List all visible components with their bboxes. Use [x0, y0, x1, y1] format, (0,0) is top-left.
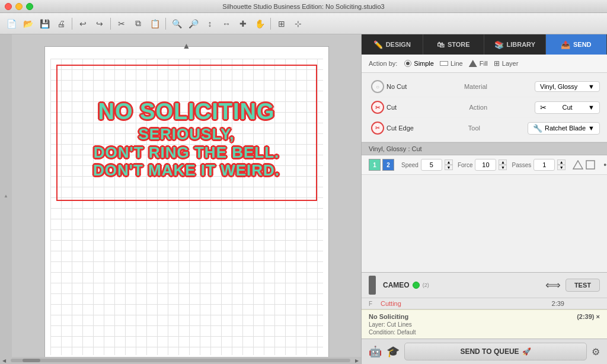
- print-button[interactable]: 🖨: [53, 16, 69, 31]
- grid-button[interactable]: ⊞: [274, 16, 289, 31]
- cut-label: Cut: [386, 104, 434, 111]
- force-up[interactable]: ▲: [499, 159, 507, 165]
- scroll-left-arrow[interactable]: ◀: [0, 358, 8, 363]
- cameo-arrow-icon[interactable]: ⟺: [545, 279, 561, 292]
- cut-rows-section: ○ No Cut Material Vinyl, Glossy ▼ ✂: [362, 73, 607, 142]
- tab-line[interactable]: Line: [440, 60, 463, 67]
- grid-canvas[interactable]: NO SOLICITING SERIOUSLY, DON'T RING THE …: [50, 59, 323, 355]
- tool-value-dropdown[interactable]: 🔧 Ratchet Blade ▼: [528, 122, 600, 135]
- hat-icon[interactable]: 🎓: [386, 345, 400, 358]
- triangle-icon: [573, 160, 583, 170]
- params-row: 1 2 Speed ▲ ▼ Force ▲ ▼: [362, 155, 607, 175]
- send-to-queue-button[interactable]: SEND TO QUEUE 🚀: [404, 343, 587, 360]
- bottom-panel: CAMEO (2) ⟺ TEST F Cutting 2:39: [362, 272, 607, 364]
- speed-down[interactable]: ▼: [445, 165, 453, 170]
- title-bar: Silhouette Studio Business Edition: No S…: [0, 0, 607, 13]
- passes-up[interactable]: ▲: [557, 159, 566, 165]
- passes-down[interactable]: ▼: [557, 165, 566, 170]
- radio-group: Simple Line Fill ⊞ Layer: [404, 59, 518, 68]
- cut-row[interactable]: ✂ Cut Action ✂ Cut ▼: [369, 97, 600, 118]
- passes-input[interactable]: [533, 159, 555, 171]
- speed-up[interactable]: ▲: [445, 159, 453, 165]
- send-icon-arrow: 🚀: [522, 347, 531, 356]
- flip-v-button[interactable]: ↔: [219, 16, 234, 31]
- material-value-dropdown[interactable]: Vinyl, Glossy ▼: [535, 81, 600, 92]
- scroll-right-arrow[interactable]: ▶: [353, 358, 361, 363]
- settings-gear-icon[interactable]: ⚙: [592, 346, 600, 357]
- force-input[interactable]: [475, 159, 496, 171]
- nav-tabs: ✏️ DESIGN 🛍 STORE 📚 LIBRARY 📤 SEND: [362, 34, 607, 55]
- copy-button[interactable]: ⧉: [130, 16, 146, 31]
- send-tab-icon: 📤: [561, 40, 570, 49]
- speed-input[interactable]: [421, 159, 442, 171]
- close-button[interactable]: [5, 3, 12, 10]
- maximize-button[interactable]: [26, 3, 33, 10]
- tab-send-label: SEND: [573, 41, 592, 48]
- cut-edge-icon-area: ✂: [369, 122, 386, 135]
- sep2: [110, 18, 111, 30]
- color-box-1[interactable]: 1: [369, 159, 381, 171]
- tool-row-content: Tool 🔧 Ratchet Blade ▼: [468, 122, 600, 135]
- no-cut-row[interactable]: ○ No Cut Material Vinyl, Glossy ▼: [369, 76, 600, 97]
- tab-fill[interactable]: Fill: [469, 60, 488, 67]
- passes-group: Passes ▲ ▼: [512, 159, 566, 171]
- undo-button[interactable]: ↩: [75, 16, 91, 31]
- flip-h-button[interactable]: ↕: [202, 16, 218, 31]
- zoom-out-button[interactable]: 🔎: [186, 16, 201, 31]
- h-scrollbar[interactable]: ◀ ▶: [0, 357, 361, 364]
- sep1: [72, 18, 72, 30]
- action-value-dropdown[interactable]: ✂ Cut ▼: [535, 101, 600, 114]
- robot-icon[interactable]: 🤖: [369, 345, 382, 358]
- tab-store[interactable]: 🛍 STORE: [423, 34, 485, 55]
- canvas-surface[interactable]: NO SOLICITING SERIOUSLY, DON'T RING THE …: [44, 46, 329, 364]
- send-bar: 🤖 🎓 SEND TO QUEUE 🚀 ⚙: [362, 339, 607, 364]
- cut-bar: Vinyl, Glossy : Cut: [362, 142, 607, 155]
- radio-simple[interactable]: Simple: [404, 60, 434, 67]
- tab-send[interactable]: 📤 SEND: [546, 34, 608, 55]
- info-layer: Layer: Cut Lines: [369, 321, 600, 328]
- paste-button[interactable]: 📋: [147, 16, 162, 31]
- cut-edge-row[interactable]: ✂ Cut Edge Tool 🔧 Ratchet Blade ▼: [369, 118, 600, 138]
- minimize-button[interactable]: [15, 3, 23, 10]
- force-down[interactable]: ▼: [499, 165, 507, 170]
- tool-dropdown-arrow: ▼: [588, 124, 595, 132]
- tab-library[interactable]: 📚 LIBRARY: [484, 34, 546, 55]
- svg-marker-0: [573, 161, 583, 169]
- passes-stepper: ▲ ▼: [557, 159, 566, 170]
- radio-simple-label: Simple: [414, 60, 434, 67]
- force-label: Force: [458, 162, 473, 168]
- redo-button[interactable]: ↪: [92, 16, 107, 31]
- tab-store-label: STORE: [448, 41, 470, 48]
- no-cut-label: No Cut: [386, 83, 434, 90]
- design-box[interactable]: NO SOLICITING SERIOUSLY, DON'T RING THE …: [56, 65, 317, 201]
- cutting-status: Cutting: [381, 300, 401, 307]
- no-cut-icon: ○: [371, 80, 384, 93]
- design-line-3: DON'T RING THE BELL.: [94, 144, 280, 161]
- canvas-area[interactable]: ▲ NO SOLICITING SERIOUSLY, DON'T RING TH…: [0, 34, 361, 364]
- tab-layer-label: Layer: [502, 60, 519, 67]
- open-button[interactable]: 📂: [20, 16, 36, 31]
- special-button[interactable]: ⊹: [290, 16, 306, 31]
- square-icon: [586, 160, 596, 170]
- move-button[interactable]: ✚: [235, 16, 251, 31]
- force-group: Force ▲ ▼: [458, 159, 507, 171]
- color-box-2[interactable]: 2: [382, 159, 394, 171]
- save-button[interactable]: 💾: [37, 16, 52, 31]
- test-button[interactable]: TEST: [566, 279, 600, 292]
- cut-tool-button[interactable]: ✂: [114, 16, 129, 31]
- canvas-arrow-up[interactable]: ▲: [183, 41, 191, 50]
- f-indicator: F: [369, 301, 376, 307]
- zoom-in-button[interactable]: 🔍: [169, 16, 184, 31]
- new-button[interactable]: 📄: [4, 16, 19, 31]
- h-scroll-thumb[interactable]: [23, 359, 40, 362]
- cameo-status-dot: [413, 282, 420, 289]
- more-options[interactable]: •••: [603, 160, 607, 170]
- cut-bar-label: Vinyl, Glossy : Cut: [369, 145, 422, 152]
- cut-edge-label: Cut Edge: [386, 124, 434, 132]
- tab-design[interactable]: ✏️ DESIGN: [362, 34, 423, 55]
- cameo-number: (2): [423, 282, 429, 288]
- design-tab-icon: ✏️: [373, 40, 383, 49]
- hand-button[interactable]: ✋: [252, 16, 267, 31]
- window-title: Silhouette Studio Business Edition: No S…: [222, 3, 384, 10]
- tab-layer[interactable]: ⊞ Layer: [494, 59, 519, 68]
